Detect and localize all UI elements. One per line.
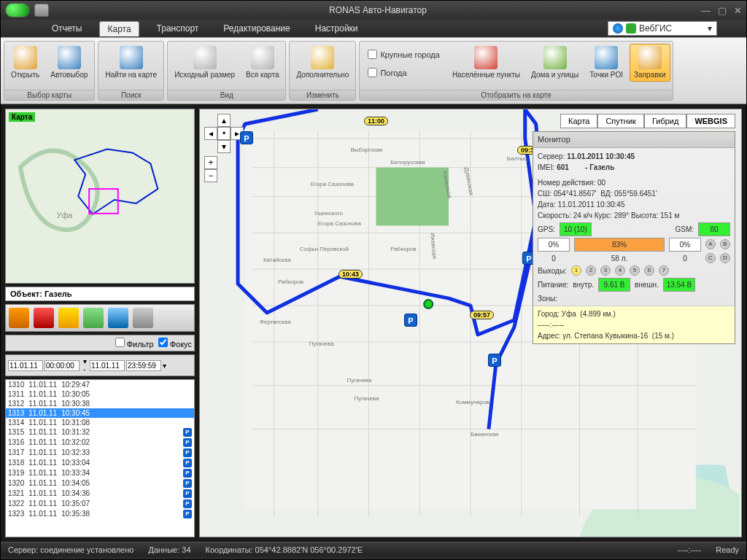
ribbon-btn[interactable]: Исходный размер bbox=[170, 44, 239, 82]
ribbon-btn[interactable]: Найти на карте bbox=[101, 44, 161, 82]
webgis-combo[interactable]: ВебГИС▾ bbox=[608, 21, 717, 36]
truck-icon[interactable] bbox=[9, 308, 29, 328]
map-controls: ▴ ◂•▸ ▾ + − bbox=[204, 114, 244, 182]
date-to-t[interactable] bbox=[126, 360, 161, 371]
svg-text:Балтыц: Балтыц bbox=[507, 155, 528, 162]
ribbon-btn[interactable]: Дома и улицы bbox=[527, 44, 583, 82]
output-6[interactable]: 6 bbox=[644, 265, 654, 276]
map-time: 09:57 bbox=[470, 311, 494, 319]
db-icon[interactable] bbox=[34, 4, 49, 17]
maptype-btn[interactable]: WEBGIS bbox=[686, 114, 735, 128]
svg-rect-22 bbox=[376, 168, 449, 226]
menu-tab-0[interactable]: Отчеты bbox=[44, 21, 89, 36]
event-row[interactable]: 131011.01.1110:29:47 bbox=[6, 380, 194, 389]
sensor-c[interactable]: C bbox=[705, 253, 716, 263]
output-7[interactable]: 7 bbox=[659, 265, 669, 276]
svg-text:Уфа: Уфа bbox=[56, 211, 73, 219]
parking-icon[interactable]: P bbox=[240, 131, 253, 144]
ribbon-check[interactable]: Крупные города bbox=[365, 48, 442, 61]
status-coords: Координаты: 054°42.8882'N 056°00.2972'E bbox=[206, 545, 363, 554]
output-1[interactable]: 1 bbox=[571, 265, 581, 276]
svg-text:Ферганская: Ферганская bbox=[260, 319, 291, 325]
ribbon-btn[interactable]: Открыть bbox=[7, 44, 44, 82]
ribbon-btn[interactable]: Дополнительно bbox=[292, 44, 353, 82]
event-row[interactable]: 131411.01.1110:31:08 bbox=[6, 418, 194, 427]
grid-icon[interactable] bbox=[133, 308, 153, 328]
output-4[interactable]: 4 bbox=[615, 265, 625, 276]
logo-orb[interactable] bbox=[5, 3, 30, 18]
event-row[interactable]: 131111.01.1110:30:05 bbox=[6, 389, 194, 399]
calendar-icon[interactable] bbox=[34, 308, 54, 328]
date-from-t[interactable] bbox=[44, 360, 80, 371]
zoom-in[interactable]: + bbox=[204, 156, 217, 169]
ribbon-btn[interactable]: Вся карта bbox=[241, 44, 283, 82]
pan-left[interactable]: ◂ bbox=[204, 127, 217, 140]
menu-tab-1[interactable]: Карта bbox=[99, 21, 139, 36]
output-5[interactable]: 5 bbox=[630, 265, 640, 276]
ribbon-btn[interactable]: Заправки bbox=[630, 44, 670, 82]
pan-center[interactable]: • bbox=[217, 127, 231, 140]
svg-text:Выборгская: Выборгская bbox=[351, 147, 383, 153]
menu-tab-2[interactable]: Транспорт bbox=[150, 21, 206, 36]
svg-text:Ушинского: Ушинского bbox=[314, 210, 344, 217]
svg-text:Егора Сазонова: Егора Сазонова bbox=[311, 181, 355, 187]
ribbon: ОткрытьАвтовыборВыбор картыНайти на карт… bbox=[1, 37, 746, 104]
svg-text:Пугачева: Пугачева bbox=[355, 395, 379, 402]
event-row[interactable]: 131311.01.1110:30:45 bbox=[6, 408, 194, 418]
close-button[interactable]: ✕ bbox=[734, 5, 742, 16]
output-3[interactable]: 3 bbox=[600, 265, 611, 276]
note-icon[interactable] bbox=[83, 308, 104, 328]
ribbon-btn[interactable]: Населённые пункты bbox=[448, 44, 525, 82]
event-row[interactable]: 132311.01.1110:35:38P bbox=[6, 509, 194, 519]
main-map[interactable]: ВыборгскаяБелорусская Егора СазоноваУшин… bbox=[199, 109, 742, 537]
event-row[interactable]: 131511.01.1110:31:32P bbox=[6, 427, 194, 438]
titlebar: RONAS Авто-Навигатор — ▢ ✕ bbox=[1, 1, 746, 20]
menu-tab-4[interactable]: Настройки bbox=[308, 21, 365, 36]
date-from-d[interactable] bbox=[8, 360, 43, 371]
event-row[interactable]: 131211.01.1110:30:38 bbox=[6, 399, 194, 408]
event-row[interactable]: 131611.01.1110:32:02P bbox=[6, 438, 194, 448]
maptype-btn[interactable]: Гибрид bbox=[644, 114, 686, 128]
pan-down[interactable]: ▾ bbox=[217, 140, 231, 153]
svg-text:Рабкоров: Рабкоров bbox=[390, 246, 416, 252]
status-data: Данные: 34 bbox=[148, 545, 190, 554]
event-row[interactable]: 131711.01.1110:32:33P bbox=[6, 448, 194, 458]
status-server: Сервер: соединение установлено bbox=[8, 545, 133, 554]
svg-text:Бакинская: Бакинская bbox=[471, 431, 498, 438]
ribbon-check[interactable]: Погода bbox=[365, 66, 442, 79]
ribbon-btn[interactable]: Точки POI bbox=[585, 44, 627, 82]
event-row[interactable]: 131811.01.1110:33:04P bbox=[6, 458, 194, 468]
filter-check[interactable]: Фильтр bbox=[115, 338, 154, 349]
status-ready: Ready bbox=[716, 545, 739, 554]
date-to-d[interactable] bbox=[90, 360, 125, 371]
sensor-d[interactable]: D bbox=[720, 253, 730, 263]
minimap[interactable]: Карта Уфа bbox=[5, 109, 195, 284]
menubar: ОтчетыКартаТранспортРедактированиеНастро… bbox=[1, 20, 746, 37]
alert-icon[interactable] bbox=[58, 308, 79, 328]
output-2[interactable]: 2 bbox=[586, 265, 596, 276]
focus-check[interactable]: Фокус bbox=[158, 338, 192, 349]
event-row[interactable]: 132011.01.1110:34:05P bbox=[6, 478, 194, 489]
maptype-btn[interactable]: Спутник bbox=[597, 114, 643, 128]
maptype-btn[interactable]: Карта bbox=[560, 114, 597, 128]
minimize-button[interactable]: — bbox=[701, 5, 711, 16]
menu-tab-3[interactable]: Редактирование bbox=[216, 21, 297, 36]
event-row[interactable]: 132211.01.1110:35:07P bbox=[6, 499, 194, 509]
svg-text:Пугачева: Пугачева bbox=[347, 377, 372, 384]
sensor-a[interactable]: A bbox=[705, 239, 716, 249]
svg-text:Коммунаров: Коммунаров bbox=[456, 399, 489, 405]
object-label: Объект: Газель bbox=[5, 287, 195, 301]
ribbon-btn[interactable]: Автовыбор bbox=[46, 44, 92, 82]
clock-icon[interactable] bbox=[108, 308, 128, 328]
sensor-b[interactable]: B bbox=[720, 239, 730, 249]
pan-up[interactable]: ▴ bbox=[217, 114, 231, 127]
svg-text:Рабкоров: Рабкоров bbox=[278, 279, 303, 285]
event-row[interactable]: 132111.01.1110:34:36P bbox=[6, 489, 194, 499]
date-range: ▾ - ▾ bbox=[5, 354, 195, 376]
parking-icon[interactable]: P bbox=[488, 354, 501, 367]
zoom-out[interactable]: − bbox=[204, 169, 217, 182]
event-list[interactable]: 131011.01.1110:29:47131111.01.1110:30:05… bbox=[5, 379, 195, 537]
parking-icon[interactable]: P bbox=[404, 314, 417, 327]
maximize-button[interactable]: ▢ bbox=[718, 5, 727, 16]
event-row[interactable]: 131911.01.1110:33:34P bbox=[6, 468, 194, 478]
